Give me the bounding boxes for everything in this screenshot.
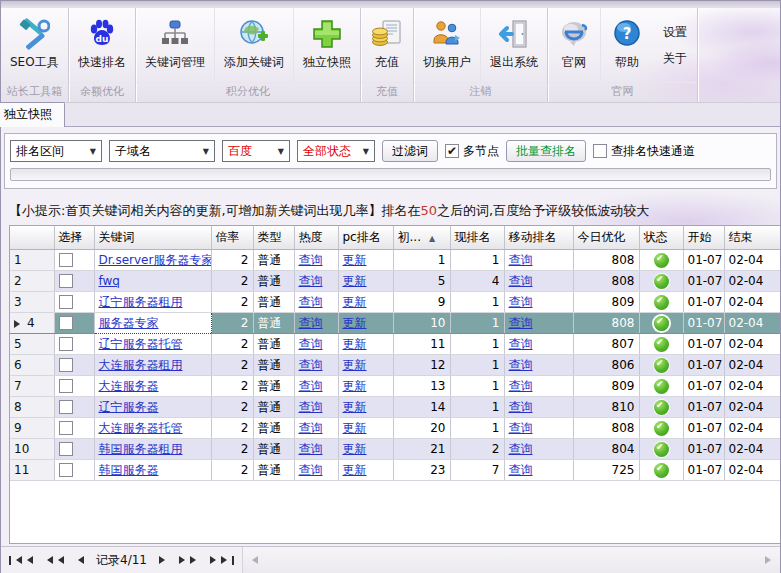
- keyword-link[interactable]: 韩国服务器: [99, 463, 159, 477]
- mobile-query-link[interactable]: 查询: [509, 379, 533, 393]
- heat-query-link[interactable]: 查询: [299, 253, 323, 267]
- table-row[interactable]: 2fwq2普通查询更新54查询80801-0702-04: [10, 271, 780, 292]
- pc-update-link[interactable]: 更新: [343, 295, 367, 309]
- keyword-cell[interactable]: 服务器专家: [94, 313, 211, 334]
- mobile-rank-cell[interactable]: 查询: [504, 313, 573, 334]
- search-engine-dropdown[interactable]: 百度 ▼: [222, 140, 290, 162]
- keyword-cell[interactable]: 韩国服务器: [94, 460, 211, 481]
- row-checkbox[interactable]: [59, 253, 73, 267]
- pc-update-link[interactable]: 更新: [343, 358, 367, 372]
- select-cell[interactable]: [54, 250, 94, 271]
- mobile-query-link[interactable]: 查询: [509, 421, 533, 435]
- switch-user-button[interactable]: 切换用户: [414, 8, 480, 82]
- keyword-cell[interactable]: Dr.server服务器专家: [94, 250, 211, 271]
- row-checkbox[interactable]: [59, 316, 73, 330]
- mobile-rank-cell[interactable]: 查询: [504, 439, 573, 460]
- heat-query-link[interactable]: 查询: [299, 295, 323, 309]
- pc-rank-cell[interactable]: 更新: [338, 397, 393, 418]
- table-row[interactable]: 9大连服务器托管2普通查询更新201查询80801-0702-04: [10, 418, 780, 439]
- pc-update-link[interactable]: 更新: [343, 400, 367, 414]
- row-checkbox[interactable]: [59, 442, 73, 456]
- pc-rank-cell[interactable]: 更新: [338, 313, 393, 334]
- pc-update-link[interactable]: 更新: [343, 442, 367, 456]
- row-checkbox[interactable]: [59, 358, 73, 372]
- row-checkbox[interactable]: [59, 337, 73, 351]
- row-number-cell[interactable]: 1: [10, 250, 54, 271]
- add-keyword-button[interactable]: 添加关键词: [214, 8, 293, 82]
- official-site-button[interactable]: 官网: [548, 8, 600, 82]
- pc-rank-cell[interactable]: 更新: [338, 334, 393, 355]
- keyword-link[interactable]: 辽宁服务器租用: [99, 295, 183, 309]
- mobile-query-link[interactable]: 查询: [509, 400, 533, 414]
- select-cell[interactable]: [54, 334, 94, 355]
- checkbox-checked-icon[interactable]: ✔: [445, 144, 459, 158]
- keyword-link[interactable]: 大连服务器租用: [99, 358, 183, 372]
- keyword-link[interactable]: 大连服务器: [99, 379, 159, 393]
- keyword-link[interactable]: 辽宁服务器: [99, 400, 159, 414]
- select-cell[interactable]: [54, 460, 94, 481]
- select-cell[interactable]: [54, 418, 94, 439]
- keyword-link[interactable]: fwq: [99, 274, 120, 288]
- fast-rank-button[interactable]: du 快速排名: [69, 8, 135, 82]
- keyword-link[interactable]: 韩国服务器租用: [99, 442, 183, 456]
- mobile-rank-cell[interactable]: 查询: [504, 397, 573, 418]
- pc-update-link[interactable]: 更新: [343, 463, 367, 477]
- row-number-cell[interactable]: 10: [10, 439, 54, 460]
- standalone-snapshot-button[interactable]: 独立快照: [293, 8, 360, 82]
- seo-tools-button[interactable]: SEO工具: [1, 8, 68, 82]
- col-header-current-rank[interactable]: 现排名: [450, 226, 504, 250]
- mobile-query-link[interactable]: 查询: [509, 274, 533, 288]
- checkbox-unchecked-icon[interactable]: [593, 144, 607, 158]
- horizontal-scrollbar[interactable]: [243, 547, 780, 573]
- mobile-query-link[interactable]: 查询: [509, 316, 533, 330]
- row-number-cell[interactable]: 7: [10, 376, 54, 397]
- col-header-mobile-rank[interactable]: 移动排名: [504, 226, 573, 250]
- row-number-cell[interactable]: 5: [10, 334, 54, 355]
- heat-query-link[interactable]: 查询: [299, 358, 323, 372]
- heat-query-link[interactable]: 查询: [299, 421, 323, 435]
- mobile-rank-cell[interactable]: 查询: [504, 460, 573, 481]
- row-number-cell[interactable]: 11: [10, 460, 54, 481]
- keyword-link[interactable]: 服务器专家: [99, 316, 159, 330]
- row-number-cell[interactable]: 4: [10, 313, 54, 334]
- pc-update-link[interactable]: 更新: [343, 379, 367, 393]
- mobile-query-link[interactable]: 查询: [509, 337, 533, 351]
- keyword-cell[interactable]: fwq: [94, 271, 211, 292]
- mobile-rank-cell[interactable]: 查询: [504, 418, 573, 439]
- pc-rank-cell[interactable]: 更新: [338, 250, 393, 271]
- col-header-start[interactable]: 开始: [683, 226, 724, 250]
- next-page-button[interactable]: [179, 556, 200, 564]
- heat-cell[interactable]: 查询: [294, 292, 338, 313]
- heat-cell[interactable]: 查询: [294, 397, 338, 418]
- heat-cell[interactable]: 查询: [294, 334, 338, 355]
- pc-update-link[interactable]: 更新: [343, 337, 367, 351]
- row-checkbox[interactable]: [59, 421, 73, 435]
- table-row[interactable]: 6大连服务器租用2普通查询更新121查询80601-0702-04: [10, 355, 780, 376]
- pc-update-link[interactable]: 更新: [343, 253, 367, 267]
- keyword-cell[interactable]: 辽宁服务器租用: [94, 292, 211, 313]
- rank-range-dropdown[interactable]: 排名区间 ▼: [10, 140, 102, 162]
- pc-rank-cell[interactable]: 更新: [338, 271, 393, 292]
- prev-page-button[interactable]: [43, 556, 64, 564]
- scroll-right-icon[interactable]: [765, 556, 775, 564]
- about-button[interactable]: 关于: [663, 50, 687, 67]
- row-number-cell[interactable]: 8: [10, 397, 54, 418]
- keyword-cell[interactable]: 辽宁服务器: [94, 397, 211, 418]
- keyword-link[interactable]: 辽宁服务器托管: [99, 337, 183, 351]
- col-header-end[interactable]: 结束: [724, 226, 780, 250]
- mobile-query-link[interactable]: 查询: [509, 358, 533, 372]
- mobile-query-link[interactable]: 查询: [509, 442, 533, 456]
- row-checkbox[interactable]: [59, 400, 73, 414]
- heat-query-link[interactable]: 查询: [299, 442, 323, 456]
- first-record-button[interactable]: [9, 556, 33, 565]
- row-checkbox[interactable]: [59, 295, 73, 309]
- scroll-left-icon[interactable]: [248, 556, 258, 564]
- keyword-link[interactable]: Dr.server服务器专家: [99, 253, 212, 267]
- table-row[interactable]: 10韩国服务器租用2普通查询更新212查询80401-0702-04: [10, 439, 780, 460]
- heat-cell[interactable]: 查询: [294, 439, 338, 460]
- row-number-cell[interactable]: 2: [10, 271, 54, 292]
- keyword-cell[interactable]: 大连服务器: [94, 376, 211, 397]
- heat-query-link[interactable]: 查询: [299, 274, 323, 288]
- recharge-button[interactable]: 充值: [361, 8, 413, 82]
- status-dropdown[interactable]: 全部状态 ▼: [297, 140, 375, 162]
